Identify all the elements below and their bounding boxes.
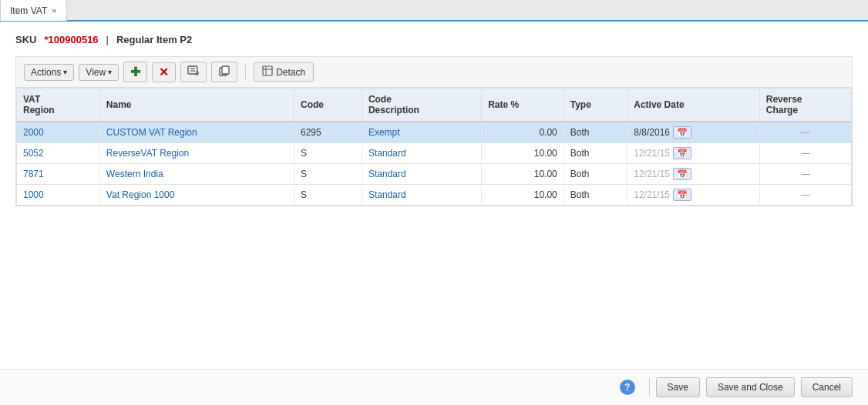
vat-region-link[interactable]: 1000: [23, 189, 44, 200]
calendar-button[interactable]: 📅: [673, 189, 691, 201]
toolbar: Actions ▾ View ▾ ✚ ✕: [15, 56, 853, 87]
table-row[interactable]: 2000CUSTOM VAT Region6295Exempt0.00Both8…: [17, 122, 852, 143]
col-reverse-charge: ReverseCharge: [759, 89, 851, 122]
tab-label: Item VAT: [10, 5, 47, 16]
view-chevron-icon: ▾: [108, 68, 112, 76]
cell-active-date: 8/8/2016📅: [627, 122, 760, 143]
add-icon: ✚: [130, 65, 140, 79]
table-header-row: VATRegion Name Code CodeDescription Rate…: [17, 89, 852, 122]
vat-region-link[interactable]: 7871: [23, 169, 44, 179]
cell-vat-region: 1000: [17, 185, 100, 206]
svg-rect-5: [222, 66, 229, 74]
calendar-button[interactable]: 📅: [673, 168, 691, 180]
name-link[interactable]: ReverseVAT Region: [106, 148, 189, 159]
cell-reverse-charge: —: [759, 164, 851, 185]
cell-code-description: Standard: [362, 185, 481, 206]
cell-vat-region: 5052: [17, 143, 100, 164]
code-desc-link[interactable]: Standard: [368, 148, 406, 159]
cell-code: S: [294, 164, 362, 185]
cell-type: Both: [564, 143, 627, 164]
svg-rect-0: [188, 66, 197, 74]
cell-type: Both: [564, 185, 627, 206]
cancel-button[interactable]: Cancel: [801, 377, 853, 397]
cell-name: Western India: [99, 164, 294, 185]
name-link[interactable]: Vat Region 1000: [106, 189, 175, 200]
vat-region-link[interactable]: 2000: [23, 127, 44, 138]
save-close-button[interactable]: Save and Close: [706, 377, 795, 397]
view-dropdown[interactable]: View ▾: [79, 64, 119, 81]
actions-chevron-icon: ▾: [63, 68, 67, 76]
toolbar-sep: [245, 65, 246, 80]
cell-name: Vat Region 1000: [99, 185, 294, 206]
detach-button[interactable]: Detach: [254, 62, 314, 82]
name-link[interactable]: Western India: [106, 169, 163, 179]
actions-label: Actions: [31, 67, 61, 78]
sku-name: Regular Item P2: [116, 34, 192, 45]
vat-region-link[interactable]: 5052: [23, 148, 44, 159]
cell-name: ReverseVAT Region: [99, 143, 294, 164]
cell-code: S: [294, 185, 362, 206]
delete-button[interactable]: ✕: [152, 62, 176, 82]
cell-rate-pct: 10.00: [482, 164, 564, 185]
save-button[interactable]: Save: [656, 377, 700, 397]
table-row[interactable]: 1000Vat Region 1000SStandard10.00Both12/…: [17, 185, 852, 206]
col-active-date: Active Date: [627, 89, 760, 122]
col-name: Name: [99, 89, 294, 122]
cell-name: CUSTOM VAT Region: [99, 122, 294, 143]
table-row[interactable]: 7871Western IndiaSStandard10.00Both12/21…: [17, 164, 852, 185]
sku-header: SKU *100900516 | Regular Item P2: [15, 34, 853, 45]
edit-icon: [187, 65, 200, 79]
tab-item-vat[interactable]: Item VAT ×: [0, 0, 67, 21]
table-container: VATRegion Name Code CodeDescription Rate…: [15, 87, 853, 206]
sku-number: 100900516: [49, 34, 99, 45]
code-desc-link[interactable]: Standard: [368, 189, 406, 200]
col-rate-pct: Rate %: [482, 89, 564, 122]
cell-active-date: 12/21/15📅: [627, 164, 760, 185]
copy-button[interactable]: [211, 62, 237, 82]
calendar-button[interactable]: 📅: [673, 147, 691, 159]
cell-vat-region: 2000: [17, 122, 100, 143]
code-desc-link[interactable]: Standard: [368, 169, 406, 179]
edit-button[interactable]: [180, 62, 207, 82]
cell-code-description: Exempt: [362, 122, 481, 143]
cell-active-date: 12/21/15📅: [627, 185, 760, 206]
cell-rate-pct: 0.00: [482, 122, 564, 143]
cell-code: 6295: [294, 122, 362, 143]
bottom-bar: ? Save Save and Close Cancel: [0, 369, 868, 405]
cell-reverse-charge: —: [759, 122, 851, 143]
content-area: SKU *100900516 | Regular Item P2 Actions…: [0, 22, 868, 369]
bottom-separator: [649, 378, 650, 397]
cell-active-date: 12/21/15📅: [627, 143, 760, 164]
toolbar-area: Actions ▾ View ▾ ✚ ✕: [15, 56, 853, 206]
col-vat-region: VATRegion: [17, 89, 100, 122]
tab-close-icon[interactable]: ×: [52, 6, 56, 15]
delete-icon: ✕: [159, 65, 169, 79]
cell-code-description: Standard: [362, 164, 481, 185]
add-button[interactable]: ✚: [123, 62, 147, 82]
cell-type: Both: [564, 164, 627, 185]
col-type: Type: [564, 89, 627, 122]
sku-value: *100900516: [44, 34, 98, 45]
col-code-description: CodeDescription: [362, 89, 481, 122]
table-row[interactable]: 5052ReverseVAT RegionSStandard10.00Both1…: [17, 143, 852, 164]
help-button[interactable]: ?: [620, 380, 635, 395]
cell-rate-pct: 10.00: [482, 185, 564, 206]
col-code: Code: [294, 89, 362, 122]
sku-separator: |: [106, 34, 109, 45]
main-window: Item VAT × SKU *100900516 | Regular Item…: [0, 0, 868, 405]
vat-table: VATRegion Name Code CodeDescription Rate…: [16, 88, 852, 206]
sku-label: SKU: [15, 34, 36, 45]
detach-icon: [262, 65, 273, 79]
code-desc-link[interactable]: Exempt: [368, 127, 400, 138]
cell-vat-region: 7871: [17, 164, 100, 185]
cell-type: Both: [564, 122, 627, 143]
view-label: View: [86, 67, 106, 78]
actions-dropdown[interactable]: Actions ▾: [24, 64, 74, 81]
calendar-button[interactable]: 📅: [673, 126, 691, 139]
cell-reverse-charge: —: [759, 185, 851, 206]
cell-rate-pct: 10.00: [482, 143, 564, 164]
name-link[interactable]: CUSTOM VAT Region: [106, 127, 197, 138]
tab-bar: Item VAT ×: [0, 0, 868, 22]
cell-code-description: Standard: [362, 143, 481, 164]
cell-code: S: [294, 143, 362, 164]
